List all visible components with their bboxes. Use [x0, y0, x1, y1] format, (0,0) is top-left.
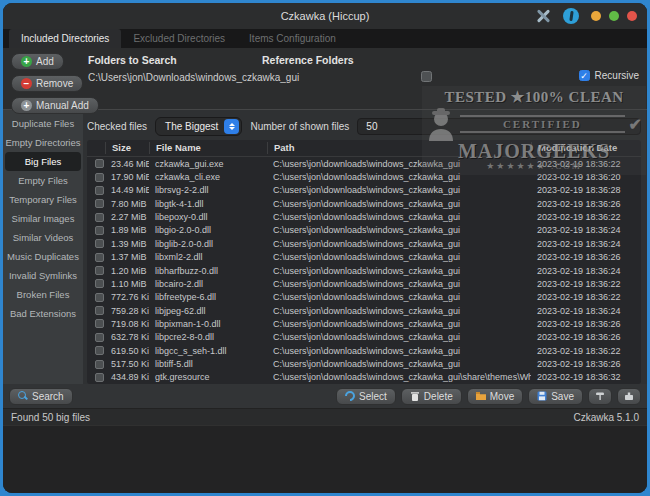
row-file-name: libpixman-1-0.dll	[149, 319, 267, 329]
sidebar-item-similar-videos[interactable]: Similar Videos	[5, 228, 81, 247]
status-bar: Found 50 big files Czkawka 5.1.0	[3, 408, 647, 425]
add-directory-button[interactable]: + Add	[11, 53, 64, 70]
row-checkbox[interactable]	[95, 360, 104, 369]
row-size: 434.89 KiB	[105, 372, 149, 382]
column-header-size[interactable]: Size	[105, 142, 149, 154]
remove-directory-button[interactable]: − Remove	[11, 75, 83, 92]
row-file-name: librsvg-2-2.dll	[149, 185, 267, 195]
row-size: 14.49 MiB	[105, 185, 149, 195]
sidebar-item-duplicate-files[interactable]: Duplicate Files	[5, 114, 81, 133]
row-checkbox[interactable]	[95, 199, 104, 208]
row-checkbox[interactable]	[95, 226, 104, 235]
row-checkbox[interactable]	[95, 346, 104, 355]
close-button[interactable]	[627, 11, 637, 21]
manual-add-button[interactable]: + Manual Add	[11, 97, 99, 114]
table-row[interactable]: 517.50 KiBlibtiff-5.dllC:\users\jon\down…	[87, 357, 641, 370]
sidebar-item-bad-extensions[interactable]: Bad Extensions	[5, 304, 81, 323]
table-row[interactable]: 1.39 MiBlibglib-2.0-0.dllC:\users\jon\do…	[87, 237, 641, 250]
row-modification-date: 2023-02-19 18:36:26	[531, 332, 641, 342]
table-row[interactable]: 632.78 KiBlibpcre2-8-0.dllC:\users\jon\d…	[87, 331, 641, 344]
table-row[interactable]: 719.08 KiBlibpixman-1-0.dllC:\users\jon\…	[87, 317, 641, 330]
table-row[interactable]: 619.50 KiBlibgcc_s_seh-1.dllC:\users\jon…	[87, 344, 641, 357]
table-row[interactable]: 1.10 MiBlibcairo-2.dllC:\users\jon\downl…	[87, 277, 641, 290]
sidebar-item-empty-directories[interactable]: Empty Directories	[5, 133, 81, 152]
row-path: C:\users\jon\downloads\windows_czkawka_g…	[267, 292, 531, 302]
column-header-file-name[interactable]: File Name	[149, 142, 267, 154]
row-checkbox[interactable]	[95, 293, 104, 302]
row-path: C:\users\jon\downloads\windows_czkawka_g…	[267, 346, 531, 356]
search-button[interactable]: Search	[9, 388, 73, 405]
row-size: 619.50 KiB	[105, 346, 149, 356]
tab-included-directories[interactable]: Included Directories	[9, 29, 121, 48]
row-path: C:\users\jon\downloads\windows_czkawka_g…	[267, 372, 531, 382]
row-checkbox[interactable]	[95, 186, 104, 195]
sidebar-item-similar-images[interactable]: Similar Images	[5, 209, 81, 228]
save-button[interactable]: Save	[528, 388, 583, 405]
sidebar-item-broken-files[interactable]: Broken Files	[5, 285, 81, 304]
table-row[interactable]: 1.89 MiBlibgio-2.0-0.dllC:\users\jon\dow…	[87, 224, 641, 237]
table-row[interactable]: 1.37 MiBlibxml2-2.dllC:\users\jon\downlo…	[87, 251, 641, 264]
info-icon[interactable]	[563, 8, 579, 24]
column-header-modification-date[interactable]: Modification Date	[531, 142, 641, 154]
row-path: C:\users\jon\downloads\windows_czkawka_g…	[267, 266, 531, 276]
shown-files-input[interactable]: 50	[357, 118, 641, 135]
move-button[interactable]: Move	[467, 388, 523, 405]
row-file-name: czkawka_gui.exe	[149, 159, 267, 169]
sort-icon	[624, 391, 634, 401]
tab-bar: Included DirectoriesExcluded Directories…	[3, 29, 647, 48]
minus-icon: −	[21, 78, 32, 89]
select-button-label: Select	[359, 391, 387, 402]
row-checkbox[interactable]	[95, 333, 104, 342]
included-directory-path[interactable]: C:\Users\jon\Downloads\windows_czkawka_g…	[88, 72, 299, 83]
sort-button[interactable]	[617, 388, 641, 405]
row-modification-date: 2023-02-19 18:36:22	[531, 279, 641, 289]
row-checkbox[interactable]	[95, 159, 104, 168]
table-row[interactable]: 2.27 MiBlibepoxy-0.dllC:\users\jon\downl…	[87, 210, 641, 223]
sidebar-item-music-duplicates[interactable]: Music Duplicates	[5, 247, 81, 266]
sidebar-item-temporary-files[interactable]: Temporary Files	[5, 190, 81, 209]
row-checkbox[interactable]	[95, 239, 104, 248]
row-checkbox[interactable]	[95, 319, 104, 328]
row-checkbox[interactable]	[95, 173, 104, 182]
row-checkbox[interactable]	[95, 306, 104, 315]
trash-icon	[410, 391, 420, 401]
checked-files-dropdown[interactable]: The Biggest	[155, 117, 242, 136]
tab-items-configuration[interactable]: Items Configuration	[237, 29, 348, 48]
row-modification-date: 2023-02-19 18:36:24	[531, 266, 641, 276]
row-checkbox[interactable]	[95, 253, 104, 262]
sidebar-item-invalid-symlinks[interactable]: Invalid Symlinks	[5, 266, 81, 285]
table-row[interactable]: 772.76 KiBlibfreetype-6.dllC:\users\jon\…	[87, 291, 641, 304]
row-checkbox[interactable]	[95, 213, 104, 222]
minimize-button[interactable]	[591, 11, 601, 21]
sidebar-item-empty-files[interactable]: Empty Files	[5, 171, 81, 190]
row-path: C:\users\jon\downloads\windows_czkawka_g…	[267, 172, 531, 182]
table-row[interactable]: 7.80 MiBlibgtk-4-1.dllC:\users\jon\downl…	[87, 197, 641, 210]
recursive-checkbox[interactable]: ✓	[579, 70, 590, 81]
table-row[interactable]: 23.46 MiBczkawka_gui.exeC:\users\jon\dow…	[87, 157, 641, 170]
compare-button[interactable]	[588, 388, 612, 405]
table-header: Size File Name Path Modification Date	[87, 140, 641, 157]
row-checkbox[interactable]	[95, 373, 104, 382]
checked-files-label: Checked files	[87, 121, 147, 132]
table-row[interactable]: 17.90 MiBczkawka_cli.exeC:\users\jon\dow…	[87, 170, 641, 183]
reference-folder-checkbox[interactable]	[421, 71, 432, 82]
tab-excluded-directories[interactable]: Excluded Directories	[121, 29, 237, 48]
delete-button[interactable]: Delete	[401, 388, 462, 405]
table-row[interactable]: 1.20 MiBlibharfbuzz-0.dllC:\users\jon\do…	[87, 264, 641, 277]
row-path: C:\users\jon\downloads\windows_czkawka_g…	[267, 212, 531, 222]
column-header-path[interactable]: Path	[267, 142, 531, 154]
row-size: 23.46 MiB	[105, 159, 149, 169]
row-path: C:\users\jon\downloads\windows_czkawka_g…	[267, 199, 531, 209]
table-row[interactable]: 14.49 MiBlibrsvg-2-2.dllC:\users\jon\dow…	[87, 184, 641, 197]
row-file-name: libgio-2.0-0.dll	[149, 225, 267, 235]
maximize-button[interactable]	[609, 11, 619, 21]
row-checkbox[interactable]	[95, 266, 104, 275]
sidebar-item-big-files[interactable]: Big Files	[5, 152, 81, 171]
select-button[interactable]: Select	[336, 388, 396, 405]
row-size: 1.37 MiB	[105, 252, 149, 262]
row-checkbox[interactable]	[95, 279, 104, 288]
add-button-label: Add	[36, 56, 54, 67]
table-row[interactable]: 434.89 KiBgtk.gresourceC:\users\jon\down…	[87, 371, 641, 384]
table-row[interactable]: 759.28 KiBlibjpeg-62.dllC:\users\jon\dow…	[87, 304, 641, 317]
settings-tools-icon[interactable]	[535, 8, 551, 24]
